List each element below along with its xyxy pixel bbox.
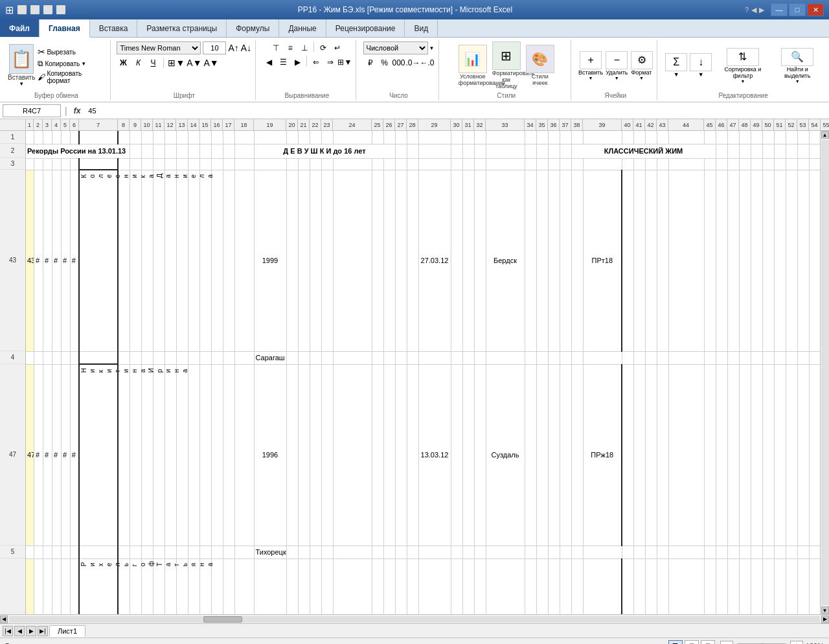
- wrap-text-button[interactable]: ↵: [331, 41, 344, 54]
- cell-r5-c50[interactable]: [762, 546, 774, 558]
- cell-r3-c21[interactable]: [298, 158, 310, 170]
- cell-r47-c39[interactable]: ПРж18: [583, 364, 622, 546]
- cell-r1-c13[interactable]: [176, 131, 188, 144]
- font-size-input[interactable]: [203, 41, 226, 54]
- cell-r47-c24[interactable]: [333, 364, 372, 546]
- cell-r1-c29[interactable]: [418, 131, 451, 144]
- cell-r4-c47[interactable]: [727, 351, 739, 364]
- decrease-indent-button[interactable]: ⇐: [310, 56, 323, 69]
- next-sheet-button[interactable]: ▶: [26, 626, 36, 636]
- cell-r47-c8[interactable]: [118, 364, 130, 546]
- cell-r4-c50[interactable]: [762, 351, 774, 364]
- tab-page-layout[interactable]: Разметка страницы: [137, 19, 227, 37]
- cell-r4-c21[interactable]: [298, 351, 310, 364]
- cell-r5-c39[interactable]: [583, 546, 622, 558]
- fill-color-button[interactable]: A▼: [187, 58, 201, 68]
- cell-r52-c40[interactable]: [622, 558, 633, 614]
- cell-r3-c27[interactable]: [395, 158, 407, 170]
- cell-r2-c16[interactable]: [211, 144, 223, 158]
- cell-r3-c28[interactable]: [407, 158, 418, 170]
- minimize-button[interactable]: —: [771, 3, 788, 16]
- cell-r3-c24[interactable]: [333, 158, 372, 170]
- cell-r43-c34[interactable]: [525, 170, 536, 351]
- cell-r1-c1[interactable]: [26, 131, 34, 144]
- cell-r4-c31[interactable]: [462, 351, 474, 364]
- cell-r5-c37[interactable]: [560, 546, 571, 558]
- cell-r5-c47[interactable]: [727, 546, 739, 558]
- cell-r3-c22[interactable]: [310, 158, 321, 170]
- cell-r47-c21[interactable]: [298, 364, 310, 546]
- align-middle-button[interactable]: ≡: [284, 41, 297, 54]
- zoom-out-button[interactable]: −: [720, 641, 733, 645]
- cell-r5-c4[interactable]: [52, 546, 61, 558]
- find-select-button[interactable]: 🔍 Найти и выделить ▼: [773, 48, 821, 84]
- cell-r5-c18[interactable]: [234, 546, 254, 558]
- cell-r47-c14[interactable]: [188, 364, 199, 546]
- cell-r3-c7[interactable]: [79, 158, 118, 170]
- cell-r43-c25[interactable]: [372, 170, 383, 351]
- cell-r4-c2[interactable]: [34, 351, 43, 364]
- cell-r47-c36[interactable]: [548, 364, 560, 546]
- cell-r5-c48[interactable]: [739, 546, 751, 558]
- cell-r4-c39[interactable]: [583, 351, 622, 364]
- cell-r47-c22[interactable]: [310, 364, 321, 546]
- cell-r4-c33[interactable]: [486, 351, 525, 364]
- cell-r2-c36[interactable]: [548, 144, 560, 158]
- cell-r43-c19[interactable]: 1999: [254, 170, 286, 351]
- cell-r3-c3[interactable]: [43, 158, 52, 170]
- cell-r1-c21[interactable]: [298, 131, 310, 144]
- cell-r5-c5[interactable]: [61, 546, 70, 558]
- cell-r1-c46[interactable]: [716, 131, 727, 144]
- cell-r52-c41[interactable]: [633, 558, 645, 614]
- cell-r52-c12[interactable]: [165, 558, 176, 614]
- cell-r2-c33[interactable]: [486, 144, 525, 158]
- cell-r4-c35[interactable]: [536, 351, 548, 364]
- cell-r43-c11[interactable]: [153, 170, 165, 351]
- cell-r2-c12[interactable]: [165, 144, 176, 158]
- cell-r43-c16[interactable]: [211, 170, 223, 351]
- cell-r3-c26[interactable]: [383, 158, 395, 170]
- cell-r3-c49[interactable]: [751, 158, 762, 170]
- cell-r5-c14[interactable]: [188, 546, 199, 558]
- cell-r2-c47[interactable]: [727, 144, 739, 158]
- cell-r4-c38[interactable]: [571, 351, 583, 364]
- cell-r1-c30[interactable]: [451, 131, 462, 144]
- cell-r52-c7[interactable]: Р и х е л ь г о ф Т а т ь я н а: [79, 558, 118, 614]
- cell-r5-c2[interactable]: [34, 546, 43, 558]
- cell-r52-c19[interactable]: 1997: [254, 558, 286, 614]
- first-sheet-button[interactable]: |◀: [3, 626, 13, 636]
- cell-r52-c11[interactable]: [153, 558, 165, 614]
- cell-r43-c13[interactable]: [176, 170, 188, 351]
- thousands-button[interactable]: 000: [392, 56, 405, 69]
- cell-r43-c51[interactable]: [774, 170, 786, 351]
- cell-r1-c10[interactable]: [141, 131, 153, 144]
- cell-r1-c35[interactable]: [536, 131, 548, 144]
- cell-r43-c7[interactable]: К о л е с н и к а Д а н и е л а: [79, 170, 118, 351]
- cell-r43-c14[interactable]: [188, 170, 199, 351]
- cell-r52-c47[interactable]: [727, 558, 739, 614]
- cell-r3-c23[interactable]: [321, 158, 333, 170]
- cell-r5-c38[interactable]: [571, 546, 583, 558]
- cell-r5-c30[interactable]: [451, 546, 462, 558]
- cell-r43-c24[interactable]: [333, 170, 372, 351]
- cell-r5-c17[interactable]: [223, 546, 234, 558]
- cell-r52-c46[interactable]: [716, 558, 727, 614]
- borders-button[interactable]: ⊞▼: [168, 58, 185, 68]
- cell-r3-c44[interactable]: [668, 158, 704, 170]
- cell-r2-c13[interactable]: [176, 144, 188, 158]
- cell-r52-c23[interactable]: [321, 558, 333, 614]
- cell-r47-c30[interactable]: [451, 364, 462, 546]
- cell-r3-c37[interactable]: [560, 158, 571, 170]
- cell-r4-c41[interactable]: [633, 351, 645, 364]
- cell-r43-c48[interactable]: [739, 170, 751, 351]
- format-painter-button[interactable]: 🖌Копировать формат: [38, 70, 104, 84]
- cell-r47-c7[interactable]: Н и к и т и н а И р и н а: [79, 364, 118, 546]
- font-color-button[interactable]: A▼: [204, 58, 219, 68]
- cell-r4-c11[interactable]: [153, 351, 165, 364]
- cell-r52-c17[interactable]: [223, 558, 234, 614]
- cell-r4-c44[interactable]: [668, 351, 704, 364]
- cell-r1-c44[interactable]: [668, 131, 704, 144]
- cell-r52-c9[interactable]: [130, 558, 141, 614]
- cell-r52-c16[interactable]: [211, 558, 223, 614]
- cell-r52-c10[interactable]: [141, 558, 153, 614]
